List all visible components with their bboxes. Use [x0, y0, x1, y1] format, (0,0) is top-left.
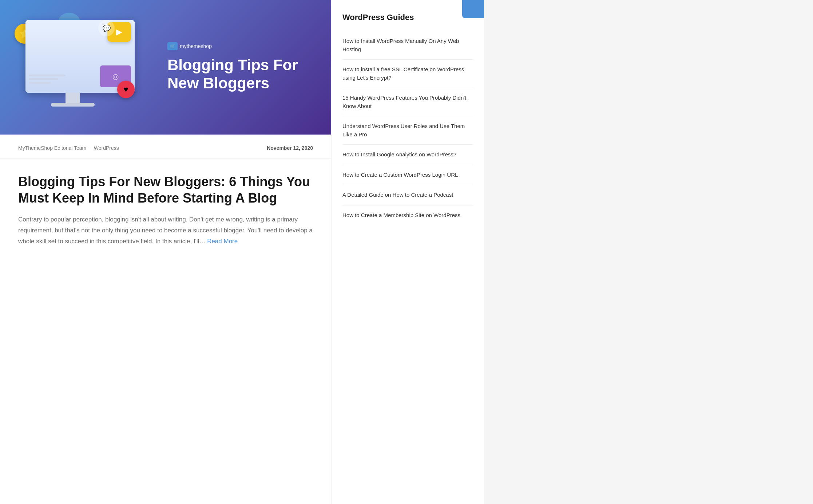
screen-lines	[29, 75, 66, 85]
meta-date: November 12, 2020	[267, 145, 313, 151]
hero-title: Blogging Tips For New Bloggers	[167, 56, 317, 93]
screen-line-1	[29, 75, 66, 76]
screen-line-3	[29, 82, 51, 84]
hero-title-line2: New Bloggers	[167, 75, 269, 92]
sidebar-item: How to Install WordPress Manually On Any…	[342, 31, 473, 60]
article-meta: MyThemeShop Editorial Team · WordPress N…	[0, 135, 331, 159]
chat-bubble-icon: 💬	[98, 20, 115, 36]
sidebar-item: Understand WordPress User Roles and Use …	[342, 116, 473, 145]
monitor-base	[51, 103, 95, 107]
hero-banner: ⭐ ☁ T	[0, 0, 331, 135]
logo-cart-icon: 🛒	[167, 42, 178, 50]
article-body: Blogging Tips For New Bloggers: 6 Things…	[0, 159, 331, 261]
main-content: ⭐ ☁ T	[0, 0, 331, 504]
sidebar-link-4[interactable]: How to Install Google Analytics on WordP…	[342, 151, 473, 159]
sidebar-item: 15 Handy WordPress Features You Probably…	[342, 88, 473, 116]
monitor-stand	[66, 93, 80, 104]
monitor-illustration: ⭐ ☁ T	[15, 16, 146, 118]
sidebar: WordPress Guides How to Install WordPres…	[331, 0, 484, 504]
sidebar-link-0[interactable]: How to Install WordPress Manually On Any…	[342, 37, 473, 53]
hero-title-line1: Blogging Tips For	[167, 56, 298, 73]
meta-separator: ·	[89, 145, 91, 151]
heart-icon: ♥	[117, 81, 135, 98]
sidebar-link-7[interactable]: How to Create a Membership Site on WordP…	[342, 211, 473, 220]
sidebar-link-6[interactable]: A Detailed Guide on How to Create a Podc…	[342, 191, 473, 199]
hero-text: 🛒 mythemeshop Blogging Tips For New Blog…	[160, 42, 317, 93]
article-title: Blogging Tips For New Bloggers: 6 Things…	[18, 173, 313, 206]
sidebar-link-5[interactable]: How to Create a Custom WordPress Login U…	[342, 171, 473, 179]
meta-author: MyThemeShop Editorial Team	[18, 145, 86, 151]
sidebar-item: How to Create a Custom WordPress Login U…	[342, 165, 473, 185]
hero-illustration: ⭐ ☁ T	[15, 16, 160, 118]
excerpt-text: Contrary to popular perception, blogging…	[18, 216, 313, 245]
hero-logo: 🛒 mythemeshop	[167, 42, 317, 50]
sidebar-item: How to Create a Membership Site on WordP…	[342, 205, 473, 225]
article-excerpt: Contrary to popular perception, blogging…	[18, 214, 313, 247]
sidebar-item: A Detailed Guide on How to Create a Podc…	[342, 185, 473, 205]
sidebar-link-2[interactable]: 15 Handy WordPress Features You Probably…	[342, 94, 473, 110]
sidebar-item: How to Install Google Analytics on WordP…	[342, 145, 473, 165]
sidebar-item: How to install a free SSL Certificate on…	[342, 60, 473, 88]
sidebar-title: WordPress Guides	[342, 13, 473, 22]
meta-category: WordPress	[94, 145, 119, 151]
sidebar-link-1[interactable]: How to install a free SSL Certificate on…	[342, 65, 473, 82]
sidebar-link-3[interactable]: Understand WordPress User Roles and Use …	[342, 122, 473, 139]
logo-text: mythemeshop	[180, 43, 212, 49]
screen-line-2	[29, 78, 58, 80]
read-more-link[interactable]: Read More	[207, 238, 238, 245]
